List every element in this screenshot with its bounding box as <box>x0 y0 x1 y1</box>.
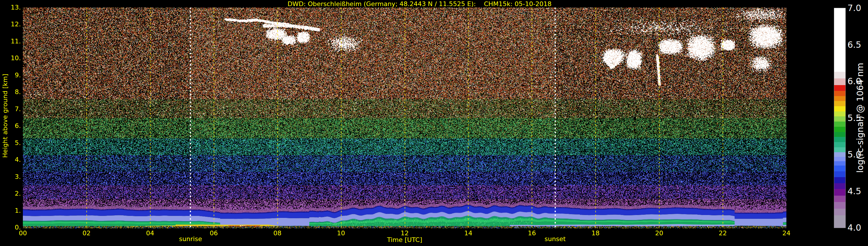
colorbar <box>834 8 845 228</box>
colorbar-segment <box>834 96 845 101</box>
colorbar-segment <box>834 132 845 137</box>
y-tick-label: 8. <box>0 88 21 96</box>
colorbar-tick-label: 7.0 <box>847 4 861 12</box>
sunset-annotation: sunset <box>545 235 566 243</box>
lidar-heatmap-canvas <box>23 7 786 228</box>
y-tick-label: 5. <box>0 139 21 147</box>
colorbar-segment <box>834 171 845 177</box>
x-tick-label: 14 <box>464 229 472 237</box>
colorbar-segment <box>834 91 845 96</box>
colorbar-segment <box>834 161 845 165</box>
y-tick-label: 4. <box>0 156 21 163</box>
colorbar-segment <box>834 101 845 106</box>
x-tick-label: 22 <box>719 229 727 237</box>
colorbar-segment <box>834 137 845 142</box>
colorbar-segment <box>834 195 845 202</box>
y-tick-label: 12. <box>0 21 21 28</box>
x-tick-label: 06 <box>210 229 218 237</box>
colorbar-label: log(rc-signal) @ 1064 nm <box>855 63 865 173</box>
colorbar-segment <box>834 157 845 161</box>
sunrise-annotation: sunrise <box>179 235 202 243</box>
x-tick-label: 20 <box>655 229 663 237</box>
x-tick-label: 00 <box>19 229 27 237</box>
colorbar-segment <box>834 147 845 152</box>
x-tick-label: 12 <box>401 229 409 237</box>
x-tick-label: 10 <box>337 229 345 237</box>
x-tick-label: 24 <box>782 229 790 237</box>
colorbar-segment <box>834 215 845 228</box>
colorbar-segment <box>834 189 845 196</box>
colorbar-segment <box>834 209 845 215</box>
y-tick-label: 3. <box>0 173 21 181</box>
colorbar-segment <box>834 142 845 147</box>
colorbar-tick-label: 4.5 <box>847 187 861 196</box>
colorbar-segment <box>834 111 845 116</box>
colorbar-segment <box>834 177 845 183</box>
y-tick-label: 13. <box>0 4 21 11</box>
colorbar-tick-label: 4.0 <box>847 223 861 232</box>
y-tick-label: 9. <box>0 71 21 79</box>
colorbar-segment <box>834 85 845 91</box>
x-tick-label: 16 <box>528 229 536 237</box>
colorbar-segment <box>834 152 845 157</box>
colorbar-segment <box>834 183 845 189</box>
colorbar-segment <box>834 122 845 127</box>
x-tick-label: 02 <box>83 229 91 237</box>
y-tick-label: 11. <box>0 38 21 45</box>
y-tick-label: 2. <box>0 190 21 197</box>
colorbar-segment <box>834 165 845 172</box>
colorbar-tick-label: 6.5 <box>847 40 861 49</box>
y-tick-label: 6. <box>0 122 21 130</box>
colorbar-segment <box>834 79 845 85</box>
colorbar-segment <box>834 127 845 132</box>
colorbar-segment <box>834 72 845 79</box>
x-tick-label: 18 <box>591 229 599 237</box>
y-tick-label: 1. <box>0 207 21 214</box>
page-title: DWD: Oberschleißheim (Germany; 48.2443 N… <box>288 0 552 7</box>
colorbar-segment <box>834 202 845 209</box>
colorbar-segment <box>834 116 845 122</box>
colorbar-segment <box>834 8 845 72</box>
lidar-quicklook-figure: DWD: Oberschleißheim (Germany; 48.2443 N… <box>0 0 868 246</box>
colorbar-segment <box>834 106 845 112</box>
y-tick-label: 10. <box>0 54 21 62</box>
x-axis-label: Time [UTC] <box>387 236 423 243</box>
y-tick-label: 0. <box>0 224 21 231</box>
x-tick-label: 04 <box>146 229 154 237</box>
x-tick-label: 08 <box>273 229 281 237</box>
y-tick-label: 7. <box>0 105 21 113</box>
